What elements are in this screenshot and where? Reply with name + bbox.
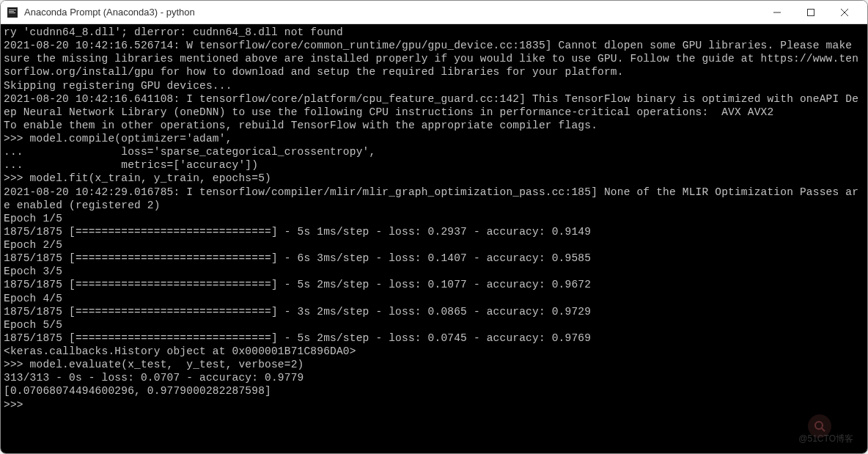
terminal-line: >>> bbox=[4, 398, 864, 411]
terminal-line: [0.07068074494600296, 0.9779000282287598… bbox=[4, 384, 864, 398]
app-icon bbox=[7, 7, 18, 18]
terminal-line: 2021-08-20 10:42:16.526714: W tensorflow… bbox=[4, 39, 864, 78]
terminal-line: Epoch 3/5 bbox=[4, 265, 864, 278]
terminal-line: To enable them in other operations, rebu… bbox=[4, 119, 864, 132]
titlebar[interactable]: Anaconda Prompt (Anaconda3) - python bbox=[1, 1, 867, 24]
terminal-line: Epoch 4/5 bbox=[4, 292, 864, 305]
terminal-line: >>> model.compile(optimizer='adam', bbox=[4, 132, 864, 145]
terminal-line: 1875/1875 [=============================… bbox=[4, 305, 864, 318]
svg-rect-2 bbox=[9, 11, 14, 12]
terminal-line: 2021-08-20 10:42:16.641108: I tensorflow… bbox=[4, 92, 864, 119]
terminal-line: Epoch 2/5 bbox=[4, 238, 864, 252]
terminal-line: 313/313 - 0s - loss: 0.0707 - accuracy: … bbox=[4, 371, 864, 384]
maximize-button[interactable] bbox=[794, 1, 828, 24]
svg-line-9 bbox=[822, 428, 825, 431]
terminal-line: 1875/1875 [=============================… bbox=[4, 225, 864, 238]
terminal-line: 1875/1875 [=============================… bbox=[4, 332, 864, 345]
terminal-line: Epoch 5/5 bbox=[4, 318, 864, 332]
terminal-line: <keras.callbacks.History object at 0x000… bbox=[4, 345, 864, 358]
watermark-text: @51CTO博客 bbox=[798, 433, 853, 445]
terminal-line: Epoch 1/5 bbox=[4, 212, 864, 225]
terminal-line: ry 'cudnn64_8.dll'; dlerror: cudnn64_8.d… bbox=[4, 26, 864, 39]
terminal-line: ... metrics=['accuracy']) bbox=[4, 158, 864, 172]
terminal-line: 1875/1875 [=============================… bbox=[4, 278, 864, 291]
app-window: Anaconda Prompt (Anaconda3) - python ry … bbox=[0, 0, 868, 454]
terminal-line: >>> model.evaluate(x_test, y_test, verbo… bbox=[4, 358, 864, 371]
svg-rect-3 bbox=[9, 12, 15, 13]
window-title: Anaconda Prompt (Anaconda3) - python bbox=[24, 7, 760, 18]
svg-rect-1 bbox=[9, 10, 16, 10]
terminal-line: 2021-08-20 10:42:29.016785: I tensorflow… bbox=[4, 186, 864, 212]
terminal-line: 1875/1875 [=============================… bbox=[4, 252, 864, 265]
window-controls bbox=[760, 1, 861, 24]
terminal-line: ... loss='sparse_categorical_crossentrop… bbox=[4, 145, 864, 158]
terminal-line: Skipping registering GPU devices... bbox=[4, 79, 864, 92]
terminal-line: >>> model.fit(x_train, y_train, epochs=5… bbox=[4, 172, 864, 185]
close-button[interactable] bbox=[828, 1, 861, 24]
terminal-output[interactable]: ry 'cudnn64_8.dll'; dlerror: cudnn64_8.d… bbox=[1, 24, 867, 453]
minimize-button[interactable] bbox=[760, 1, 794, 24]
svg-point-8 bbox=[815, 422, 823, 429]
svg-rect-5 bbox=[808, 9, 814, 15]
